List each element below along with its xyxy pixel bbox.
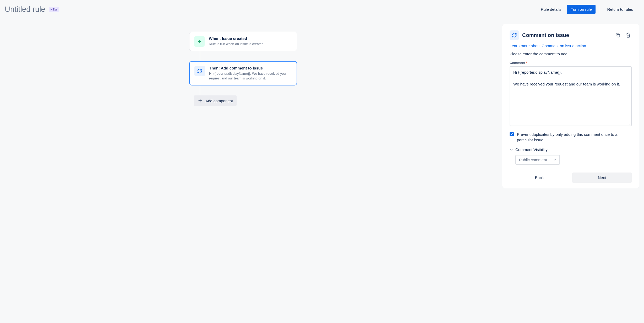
panel-header-left: Comment on issue bbox=[510, 30, 569, 40]
comment-label-text: Comment bbox=[510, 61, 525, 65]
visibility-select[interactable]: Public comment bbox=[515, 155, 560, 165]
panel-column: Comment on issue Learn more about Commen… bbox=[502, 24, 639, 188]
chevron-down-icon bbox=[553, 158, 557, 162]
top-bar: Untitled rule NEW Rule details Turn on r… bbox=[0, 0, 644, 19]
separator bbox=[600, 6, 600, 13]
trigger-card-body: When: Issue created Rule is run when an … bbox=[209, 36, 292, 46]
panel-footer: Back Next bbox=[510, 173, 632, 183]
trigger-subtitle: Rule is run when an issue is created. bbox=[209, 42, 292, 46]
rule-title[interactable]: Untitled rule bbox=[5, 5, 45, 14]
next-button[interactable]: Next bbox=[572, 173, 632, 183]
turn-on-rule-button[interactable]: Turn on rule bbox=[567, 5, 595, 14]
prevent-duplicates-checkbox[interactable] bbox=[510, 132, 514, 136]
visibility-select-wrap: Public comment bbox=[515, 155, 632, 165]
prevent-duplicates-row: Prevent duplicates by only adding this c… bbox=[510, 132, 632, 143]
comment-label: Comment* bbox=[510, 61, 632, 65]
required-marker: * bbox=[526, 61, 527, 65]
back-button[interactable]: Back bbox=[510, 173, 569, 183]
add-component-button[interactable]: Add component bbox=[194, 95, 237, 106]
main-area: When: Issue created Rule is run when an … bbox=[0, 19, 644, 199]
rule-details-button[interactable]: Rule details bbox=[538, 5, 564, 14]
chevron-down-icon bbox=[510, 148, 513, 152]
svg-rect-4 bbox=[617, 34, 620, 37]
flow-column: When: Issue created Rule is run when an … bbox=[0, 24, 486, 106]
action-subtitle: Hi {{reporter.displayName}}, We have rec… bbox=[209, 71, 292, 81]
refresh-icon bbox=[194, 66, 205, 76]
trash-icon[interactable] bbox=[625, 32, 632, 39]
return-to-rules-button[interactable]: Return to rules bbox=[604, 5, 636, 14]
title-wrap: Untitled rule NEW bbox=[5, 5, 59, 14]
panel-title: Comment on issue bbox=[522, 32, 569, 38]
comment-input[interactable] bbox=[510, 66, 632, 126]
panel-actions bbox=[614, 32, 632, 39]
comment-visibility-toggle[interactable]: Comment Visibility bbox=[510, 147, 632, 152]
trigger-card[interactable]: When: Issue created Rule is run when an … bbox=[189, 32, 297, 51]
visibility-value: Public comment bbox=[519, 158, 547, 162]
action-card[interactable]: Then: Add comment to issue Hi {{reporter… bbox=[189, 61, 297, 85]
flow-inner: When: Issue created Rule is run when an … bbox=[189, 32, 297, 106]
action-title: Then: Add comment to issue bbox=[209, 66, 292, 70]
plus-icon bbox=[198, 98, 203, 103]
top-actions: Rule details Turn on rule Return to rule… bbox=[538, 5, 636, 14]
visibility-header-text: Comment Visibility bbox=[515, 147, 548, 152]
trigger-title: When: Issue created bbox=[209, 36, 292, 41]
add-component-label: Add component bbox=[205, 99, 233, 103]
panel-header: Comment on issue bbox=[510, 30, 632, 40]
copy-icon[interactable] bbox=[614, 32, 621, 39]
instruction-text: Please enter the comment to add: bbox=[510, 52, 632, 56]
prevent-duplicates-label: Prevent duplicates by only adding this c… bbox=[517, 132, 632, 143]
learn-more-link[interactable]: Learn more about Comment on issue action bbox=[510, 44, 586, 48]
action-card-body: Then: Add comment to issue Hi {{reporter… bbox=[209, 66, 292, 81]
refresh-icon bbox=[510, 30, 519, 40]
connector-line bbox=[200, 51, 200, 61]
badge-new: NEW bbox=[49, 7, 59, 12]
plus-icon bbox=[194, 36, 205, 47]
config-panel: Comment on issue Learn more about Commen… bbox=[502, 24, 639, 188]
connector-line-2 bbox=[200, 85, 200, 95]
